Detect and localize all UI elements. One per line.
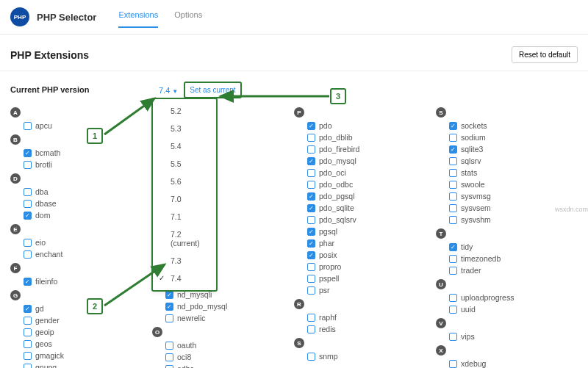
extension-checkbox[interactable] [307,286,315,295]
extension-row: oauth [152,339,294,351]
extension-checkbox[interactable] [449,169,457,177]
letter-badge: E [10,224,21,234]
extension-checkbox[interactable] [449,243,457,251]
extension-checkbox[interactable] [307,275,315,283]
extension-checkbox[interactable] [24,317,32,325]
version-option[interactable]: 5.3 [153,120,216,137]
version-option[interactable]: 5.2 [153,102,216,120]
version-option[interactable]: 5.6 [153,173,216,190]
extension-checkbox[interactable] [449,267,457,275]
extension-checkbox[interactable] [24,352,32,360]
extension-checkbox[interactable] [307,204,315,212]
extension-checkbox[interactable] [307,228,315,236]
extension-checkbox[interactable] [24,364,32,369]
letter-badge: G [10,290,21,300]
version-row: Current PHP version 7.4 ▼ Set as current… [0,77,588,98]
set-as-current-button[interactable]: Set as current [184,82,241,98]
page-title: PHP Extensions [10,49,89,61]
extension-checkbox[interactable] [449,145,457,154]
extension-checkbox[interactable] [307,216,315,224]
extension-name: pdo_dblib [319,133,353,142]
extension-checkbox[interactable] [449,306,457,314]
extension-row: pdo_mysql [294,155,436,167]
extension-row: gmagick [10,350,152,361]
version-option[interactable]: 7.1 [153,208,216,226]
extension-checkbox[interactable] [24,250,32,259]
divider [0,71,588,71]
extension-row: trader [436,264,578,276]
extension-checkbox[interactable] [307,169,315,177]
version-option[interactable]: 7.3 [153,252,216,270]
version-option[interactable]: 5.5 [153,155,216,173]
extension-checkbox[interactable] [449,255,457,263]
letter-badge: P [294,107,304,118]
extension-row: gd [10,303,152,314]
extension-checkbox[interactable] [449,181,457,189]
extension-checkbox[interactable] [307,192,315,201]
extension-checkbox[interactable] [165,353,173,361]
extension-checkbox[interactable] [24,340,32,348]
extension-checkbox[interactable] [24,188,32,196]
extension-checkbox[interactable] [307,263,315,271]
extension-name: swoole [461,180,485,189]
extension-checkbox[interactable] [24,328,32,336]
extension-checkbox[interactable] [24,161,32,169]
extension-checkbox[interactable] [449,360,457,368]
extension-checkbox[interactable] [307,325,315,333]
extension-checkbox[interactable] [24,122,32,130]
extension-row: sodium [436,131,578,143]
extension-name: stats [461,168,477,177]
extension-row: propro [294,261,436,273]
extension-name: geos [35,339,52,348]
extension-checkbox[interactable] [165,291,173,299]
extension-row: xdebug [436,358,578,368]
version-option[interactable]: 7.0 [153,190,216,208]
extension-row: dbase [10,198,152,209]
extension-checkbox[interactable] [24,305,32,313]
extension-checkbox[interactable] [449,134,457,142]
extension-checkbox[interactable] [307,134,315,142]
extension-checkbox[interactable] [449,294,457,302]
extension-checkbox[interactable] [449,192,457,201]
extension-checkbox[interactable] [165,303,173,311]
extension-name: sqlite3 [461,145,483,154]
extension-checkbox[interactable] [307,314,315,322]
version-option[interactable]: 5.4 [153,137,216,155]
extension-checkbox[interactable] [307,157,315,165]
extension-checkbox[interactable] [449,216,457,224]
current-version-label: Current PHP version [10,82,157,94]
tab-extensions[interactable]: Extensions [118,6,158,28]
extension-checkbox[interactable] [307,145,315,154]
extension-checkbox[interactable] [165,342,173,350]
reset-to-default-button[interactable]: Reset to default [512,46,578,63]
extension-checkbox[interactable] [449,204,457,212]
version-option[interactable]: 7.2 (current) [153,226,216,252]
tab-options[interactable]: Options [174,6,202,28]
extension-row: swoole [436,178,578,190]
version-dropdown-trigger[interactable]: 7.4 ▼ [157,83,179,98]
extension-checkbox[interactable] [24,149,32,157]
extension-checkbox[interactable] [24,278,32,286]
extension-checkbox[interactable] [449,157,457,165]
extension-row: dba [10,186,152,198]
extension-name: brotli [35,160,52,169]
extension-checkbox[interactable] [24,212,32,220]
extension-checkbox[interactable] [24,239,32,247]
extension-name: geoip [35,328,54,336]
extension-row: brotli [10,159,152,170]
header-tabs: Extensions Options [118,6,202,28]
extension-checkbox[interactable] [449,333,457,341]
extension-checkbox[interactable] [307,122,315,130]
extension-checkbox[interactable] [307,239,315,248]
extension-checkbox[interactable] [307,181,315,189]
extension-checkbox[interactable] [165,314,173,322]
extension-checkbox[interactable] [307,251,315,259]
version-option[interactable]: 7.4 [153,270,216,287]
extension-checkbox[interactable] [165,365,173,369]
extension-checkbox[interactable] [24,200,32,208]
extension-row: geoip [10,326,152,338]
extension-row: oci8 [152,351,294,363]
extension-row: pdo_firebird [294,143,436,155]
extension-checkbox[interactable] [307,353,315,361]
extension-checkbox[interactable] [449,122,457,130]
